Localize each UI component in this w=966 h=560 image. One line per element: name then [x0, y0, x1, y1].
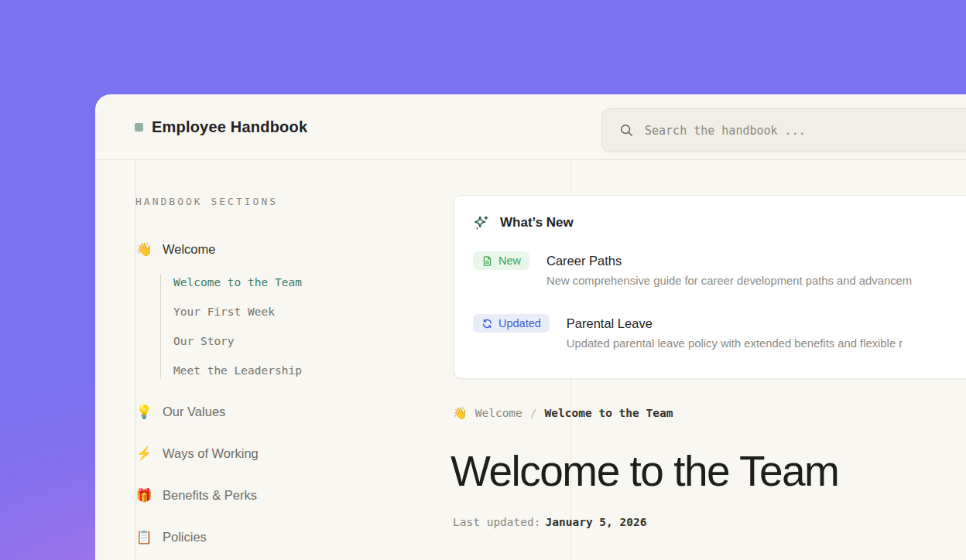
sidebar-subitem-our-story[interactable]: Our Story	[173, 333, 414, 350]
sparkles-icon	[473, 214, 490, 231]
sidebar-item-policies[interactable]: 📋 Policies	[135, 528, 414, 546]
refresh-icon	[481, 318, 493, 330]
gift-icon: 🎁	[135, 487, 152, 504]
new-badge: New	[473, 251, 529, 270]
search-input[interactable]	[645, 124, 966, 138]
sidebar: HANDBOOK SECTIONS 👋 Welcome Welcome to t…	[135, 196, 414, 546]
search-icon	[619, 123, 634, 138]
search-bar[interactable]	[601, 108, 966, 152]
whats-new-item[interactable]: New Career Paths New comprehensive guide…	[473, 251, 966, 289]
whats-new-item-title: Parental Leave	[567, 314, 903, 333]
last-updated: Last updated:January 5, 2026	[453, 516, 646, 528]
whats-new-item[interactable]: Updated Parental Leave Updated parental …	[473, 314, 966, 351]
whats-new-item-body: Career Paths New comprehensive guide for…	[546, 251, 912, 289]
badge-label: New	[498, 254, 521, 267]
breadcrumb-section[interactable]: Welcome	[475, 407, 522, 419]
whats-new-header: What’s New	[473, 214, 966, 231]
sidebar-subitem-welcome-to-the-team[interactable]: Welcome to the Team	[173, 274, 414, 291]
sidebar-item-label: Welcome	[163, 242, 215, 257]
whats-new-item-body: Parental Leave Updated parental leave po…	[567, 314, 903, 351]
sidebar-item-ways-of-working[interactable]: ⚡ Ways of Working	[135, 444, 414, 463]
app-logo-icon	[135, 123, 143, 131]
sidebar-item-label: Ways of Working	[163, 446, 259, 461]
sidebar-item-benefits-perks[interactable]: 🎁 Benefits & Perks	[135, 486, 414, 504]
brand: Employee Handbook	[135, 118, 307, 136]
sidebar-subitem-meet-the-leadership[interactable]: Meet the Leadership	[173, 362, 414, 379]
waving-hand-icon: 👋	[135, 241, 152, 258]
whats-new-card: What’s New New Career Paths New comprehe…	[454, 195, 966, 379]
whats-new-item-description: New comprehensive guide for career devel…	[546, 273, 912, 289]
last-updated-value: January 5, 2026	[546, 516, 647, 528]
app-window: Employee Handbook HANDBOOK SECTIONS 👋 We…	[95, 94, 966, 560]
whats-new-title: What’s New	[500, 215, 574, 230]
page-title: Welcome to the Team	[450, 446, 838, 496]
sidebar-item-label: Our Values	[163, 405, 225, 419]
sidebar-heading: HANDBOOK SECTIONS	[135, 196, 414, 207]
whats-new-item-description: Updated parental leave policy with exten…	[567, 336, 903, 351]
sidebar-welcome-sublist: Welcome to the Team Your First Week Our …	[160, 274, 414, 379]
sidebar-subitem-your-first-week[interactable]: Your First Week	[173, 303, 414, 320]
sidebar-item-label: Benefits & Perks	[163, 488, 257, 503]
breadcrumb-separator: /	[530, 407, 537, 419]
lightning-icon: ⚡	[135, 446, 152, 462]
whats-new-item-title: Career Paths	[546, 251, 912, 270]
last-updated-label: Last updated:	[453, 516, 541, 528]
badge-label: Updated	[498, 317, 541, 330]
breadcrumb: 👋 Welcome / Welcome to the Team	[453, 406, 673, 420]
app-header: Employee Handbook	[95, 94, 966, 160]
sidebar-item-label: Policies	[163, 530, 207, 545]
waving-hand-icon: 👋	[453, 406, 468, 420]
updated-badge: Updated	[473, 314, 550, 333]
app-title: Employee Handbook	[152, 118, 307, 136]
sidebar-item-our-values[interactable]: 💡 Our Values	[135, 402, 414, 421]
clipboard-icon: 📋	[135, 529, 152, 545]
lightbulb-icon: 💡	[135, 404, 152, 420]
document-icon	[481, 255, 493, 267]
breadcrumb-page: Welcome to the Team	[545, 407, 673, 419]
sidebar-item-welcome[interactable]: 👋 Welcome	[135, 240, 414, 258]
